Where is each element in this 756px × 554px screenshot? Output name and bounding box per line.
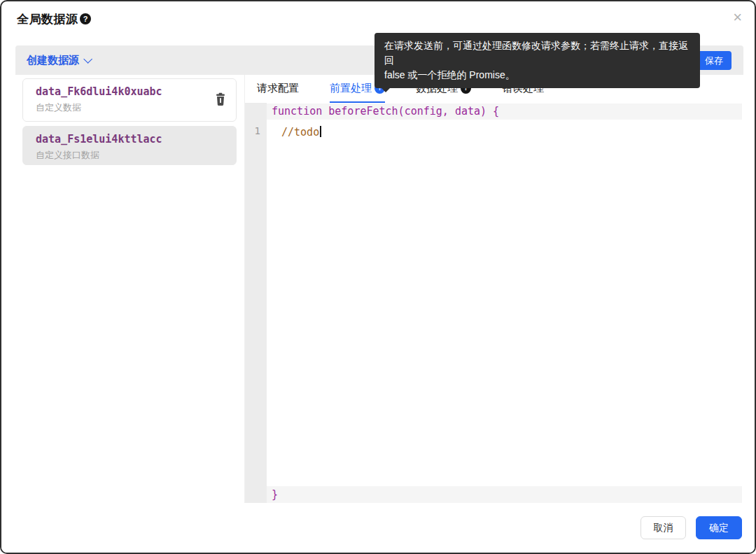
tooltip-line2: false 或一个拒绝的 Promise。 [384, 68, 690, 83]
global-datasource-dialog: 全局数据源 ? × 创建数据源 保存 data_Fk6dlui4k0xuabc … [0, 0, 756, 554]
code-editor[interactable]: 1 function beforeFetch(config, data) { /… [245, 103, 742, 505]
line-number: 1 [255, 125, 260, 136]
cancel-button[interactable]: 取消 [640, 516, 686, 539]
page-title: 全局数据源 [17, 11, 78, 27]
editor-wrapper-footer-line: } [267, 486, 742, 503]
text-cursor [320, 126, 321, 137]
code-comment: //todo [281, 126, 319, 138]
datasource-list: data_Fk6dlui4k0xuabc 自定义数据 data_Fs1elui4… [15, 75, 244, 505]
save-button[interactable]: 保存 [696, 51, 732, 70]
datasource-type: 自定义接口数据 [36, 149, 99, 162]
tooltip-line1: 在请求发送前，可通过处理函数修改请求参数；若需终止请求，直接返回 [384, 38, 690, 68]
tab-request-config[interactable]: 请求配置 [257, 75, 299, 103]
create-datasource-button[interactable]: 创建数据源 [27, 45, 90, 75]
close-icon[interactable]: × [733, 10, 742, 25]
datasource-name: data_Fk6dlui4k0xuabc [36, 85, 162, 98]
datasource-type: 自定义数据 [36, 101, 81, 114]
dialog-body: data_Fk6dlui4k0xuabc 自定义数据 data_Fs1elui4… [1, 75, 755, 506]
tab-label: 前置处理 [330, 82, 372, 95]
datasource-item[interactable]: data_Fk6dlui4k0xuabc 自定义数据 [22, 78, 237, 122]
pre-process-tooltip: 在请求发送前，可通过处理函数修改请求参数；若需终止请求，直接返回 false 或… [374, 33, 700, 88]
editor-code-line[interactable]: //todo [267, 125, 742, 140]
chevron-down-icon [83, 55, 92, 64]
tooltip-arrow-icon [381, 87, 391, 92]
editor-gutter: 1 [245, 103, 267, 505]
title-help-icon[interactable]: ? [80, 13, 91, 24]
tab-label: 请求配置 [257, 82, 299, 95]
delete-icon[interactable] [214, 92, 227, 106]
editor-wrapper-header-line: function beforeFetch(config, data) { [267, 104, 742, 120]
datasource-item-selected[interactable]: data_Fs1elui4kttlacc 自定义接口数据 [22, 126, 237, 165]
confirm-button[interactable]: 确定 [696, 516, 742, 539]
create-datasource-label: 创建数据源 [27, 54, 79, 67]
datasource-name: data_Fs1elui4kttlacc [36, 133, 162, 145]
dialog-footer: 取消 确定 [1, 503, 755, 553]
datasource-config-panel: 请求配置 前置处理 ? 数据处理 ? 错误处理 1 fun [244, 75, 742, 505]
